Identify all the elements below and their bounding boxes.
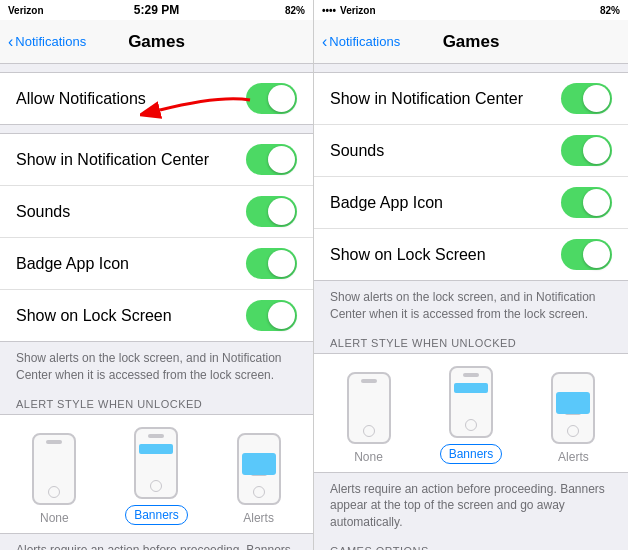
show-on-lock-screen-label: Show on Lock Screen (16, 307, 172, 325)
phone-icon-banners-2 (449, 366, 493, 438)
show-on-lock-screen-row[interactable]: Show on Lock Screen (0, 290, 313, 341)
games-section-header-2: GAMES OPTIONS (314, 539, 628, 550)
toggle-thumb-9 (583, 241, 610, 268)
badge-app-icon-toggle[interactable] (246, 248, 297, 279)
sounds-toggle[interactable] (246, 196, 297, 227)
phone-notif-bar-banners (139, 444, 173, 454)
phone-icon-alerts-2 (551, 372, 595, 444)
badge-app-icon-toggle-2[interactable] (561, 187, 612, 218)
badge-app-icon-row[interactable]: Badge App Icon (0, 238, 313, 290)
toggle-thumb-6 (583, 85, 610, 112)
toggle-thumb (268, 85, 295, 112)
badge-app-icon-label: Badge App Icon (16, 255, 129, 273)
back-button-1[interactable]: ‹ Notifications (8, 34, 86, 50)
alert-style-alerts-label-2: Alerts (558, 450, 589, 464)
alert-box (242, 453, 276, 475)
footer-text-1: Alerts require an action before proceedi… (0, 534, 313, 550)
sounds-label: Sounds (16, 203, 70, 221)
show-in-notification-center-toggle[interactable] (246, 144, 297, 175)
sounds-toggle-2[interactable] (561, 135, 612, 166)
alert-section-header-1: ALERT STYLE WHEN UNLOCKED (0, 392, 313, 414)
allow-notifications-row[interactable]: Allow Notifications (0, 73, 313, 124)
nav-bar-1: ‹ Notifications Games (0, 20, 313, 64)
nav-title-2: Games (443, 32, 500, 52)
show-in-notification-center-label-2: Show in Notification Center (330, 90, 523, 108)
phone-top-bar-banners (148, 434, 164, 438)
phone-bottom-circle-none (48, 486, 60, 498)
allow-notifications-section: Allow Notifications (0, 72, 313, 125)
alert-style-none-label-2: None (354, 450, 383, 464)
back-label-2: Notifications (329, 34, 400, 49)
phone-bottom-circle-banners-2 (465, 419, 477, 431)
status-left-2: •••• Verizon (322, 5, 376, 16)
chevron-left-icon-2: ‹ (322, 34, 327, 50)
toggle-thumb-5 (268, 302, 295, 329)
phone-bottom-circle-none-2 (363, 425, 375, 437)
phone-icon-none (32, 433, 76, 505)
show-on-lock-screen-row-2[interactable]: Show on Lock Screen (314, 229, 628, 280)
alert-style-alerts-label: Alerts (243, 511, 274, 525)
sounds-row[interactable]: Sounds (0, 186, 313, 238)
alert-style-none-2[interactable]: None (347, 372, 391, 464)
carrier-dots-2: •••• (322, 5, 336, 16)
badge-app-icon-label-2: Badge App Icon (330, 194, 443, 212)
alert-style-none[interactable]: None (32, 433, 76, 525)
battery-1: 82% (285, 5, 305, 16)
show-on-lock-screen-toggle[interactable] (246, 300, 297, 331)
phone-notif-bar-banners-2 (454, 383, 488, 393)
phone-bottom-circle-alerts (253, 486, 265, 498)
alert-section-header-2: ALERT STYLE WHEN UNLOCKED (314, 331, 628, 353)
show-in-notification-center-row[interactable]: Show in Notification Center (0, 134, 313, 186)
time-1: 5:29 PM (134, 3, 179, 17)
allow-notifications-label: Allow Notifications (16, 90, 146, 108)
alert-style-banners-2[interactable]: Banners (440, 366, 503, 464)
carrier-1: Verizon (8, 5, 44, 16)
status-bar-1: Verizon 5:29 PM 82% (0, 0, 313, 20)
show-in-notification-center-label: Show in Notification Center (16, 151, 209, 169)
toggle-thumb-7 (583, 137, 610, 164)
description-1: Show alerts on the lock screen, and in N… (0, 342, 313, 392)
status-bar-2: •••• Verizon 5:29 PM 82% (314, 0, 628, 20)
alert-style-banners-label: Banners (125, 505, 188, 525)
nav-bar-2: ‹ Notifications Games (314, 20, 628, 64)
back-button-2[interactable]: ‹ Notifications (322, 34, 400, 50)
phone-top-bar-banners-2 (463, 373, 479, 377)
carrier-2: Verizon (340, 5, 376, 16)
sounds-label-2: Sounds (330, 142, 384, 160)
footer-text-2: Alerts require an action before proceedi… (314, 473, 628, 539)
alert-style-none-label: None (40, 511, 69, 525)
alert-box-2 (556, 392, 590, 414)
toggle-thumb-4 (268, 250, 295, 277)
status-left-1: Verizon (8, 5, 44, 16)
allow-notifications-toggle[interactable] (246, 83, 297, 114)
chevron-left-icon-1: ‹ (8, 34, 13, 50)
badge-app-icon-row-2[interactable]: Badge App Icon (314, 177, 628, 229)
phone-top-bar-none (46, 440, 62, 444)
alert-style-alerts-2[interactable]: Alerts (551, 372, 595, 464)
phone-icon-alerts (237, 433, 281, 505)
show-in-notification-center-toggle-2[interactable] (561, 83, 612, 114)
alert-style-banners-label-2: Banners (440, 444, 503, 464)
description-2: Show alerts on the lock screen, and in N… (314, 281, 628, 331)
phone-icon-banners (134, 427, 178, 499)
nav-title-1: Games (128, 32, 185, 52)
settings-group-2: Show in Notification Center Sounds Badge… (314, 72, 628, 281)
status-right-2: 82% (600, 5, 620, 16)
panel-1: Verizon 5:29 PM 82% ‹ Notifications Game… (0, 0, 314, 550)
battery-2: 82% (600, 5, 620, 16)
phone-top-bar-none-2 (361, 379, 377, 383)
show-on-lock-screen-toggle-2[interactable] (561, 239, 612, 270)
sounds-row-2[interactable]: Sounds (314, 125, 628, 177)
phone-bottom-circle-banners (150, 480, 162, 492)
back-label-1: Notifications (15, 34, 86, 49)
toggle-thumb-8 (583, 189, 610, 216)
toggle-thumb-2 (268, 146, 295, 173)
settings-group-1: Show in Notification Center Sounds Badge… (0, 133, 313, 342)
show-on-lock-screen-label-2: Show on Lock Screen (330, 246, 486, 264)
alert-style-alerts[interactable]: Alerts (237, 433, 281, 525)
phone-bottom-circle-alerts-2 (567, 425, 579, 437)
panel-2: •••• Verizon 5:29 PM 82% ‹ Notifications… (314, 0, 628, 550)
status-right-1: 82% (285, 5, 305, 16)
alert-style-banners[interactable]: Banners (125, 427, 188, 525)
show-in-notification-center-row-2[interactable]: Show in Notification Center (314, 73, 628, 125)
